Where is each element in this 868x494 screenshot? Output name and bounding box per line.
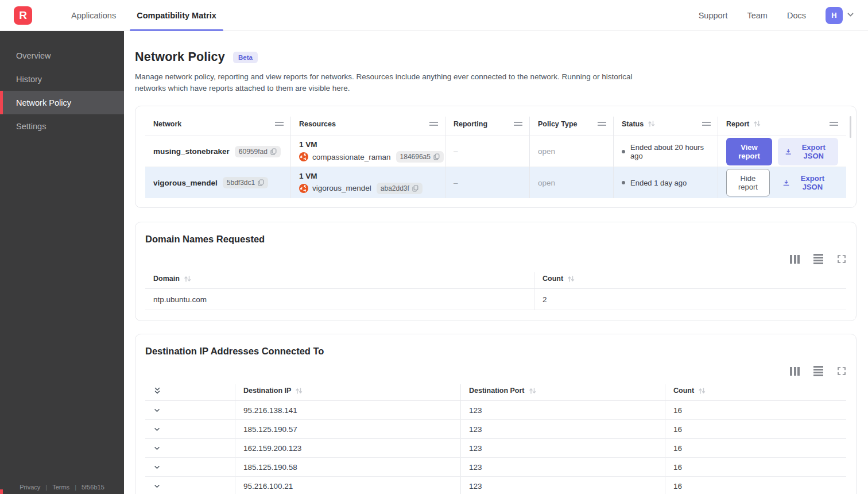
chevron-down-icon bbox=[153, 426, 161, 433]
reporting-cell: – bbox=[445, 167, 529, 198]
privacy-link[interactable]: Privacy bbox=[20, 484, 40, 491]
row-expander[interactable] bbox=[145, 439, 235, 457]
networks-table-card: Network Resources Reporting Policy Type … bbox=[135, 106, 857, 208]
main-content: Network Policy Beta Manage network polic… bbox=[124, 31, 868, 494]
expand-all-header[interactable] bbox=[145, 384, 235, 400]
sidebar-accent-sliver bbox=[0, 489, 3, 494]
page-title: Network Policy bbox=[135, 50, 225, 64]
ip-row[interactable]: 185.125.190.58 123 16 bbox=[145, 458, 846, 477]
fullscreen-icon[interactable] bbox=[837, 366, 846, 376]
beta-badge: Beta bbox=[233, 52, 258, 63]
network-row-vigorous-mendel[interactable]: vigorous_mendel 5bdf3dc1 1 VM vigorous_m… bbox=[145, 167, 846, 198]
chevron-down-icon bbox=[153, 445, 161, 452]
account-menu[interactable]: H bbox=[826, 7, 854, 24]
column-header-report[interactable]: Report bbox=[718, 117, 845, 136]
fullscreen-icon[interactable] bbox=[837, 254, 846, 264]
column-header-domain[interactable]: Domain bbox=[145, 272, 534, 288]
nav-link-support[interactable]: Support bbox=[699, 11, 728, 20]
column-header-policy-type[interactable]: Policy Type bbox=[529, 117, 613, 136]
column-header-destination-port[interactable]: Destination Port bbox=[460, 384, 665, 400]
sort-icon[interactable] bbox=[529, 387, 537, 395]
primary-nav: Applications Compatibility Matrix bbox=[61, 0, 227, 30]
network-row-musing-stonebraker[interactable]: musing_stonebraker 60959fad 1 VM compass… bbox=[145, 136, 846, 167]
nav-tab-applications[interactable]: Applications bbox=[61, 0, 126, 30]
status-cell: Ended 1 day ago bbox=[613, 167, 718, 198]
ips-card-toolbar bbox=[145, 365, 846, 377]
row-expander[interactable] bbox=[145, 420, 235, 438]
network-id: 5bdf3dc1 bbox=[227, 179, 255, 187]
sort-icon[interactable] bbox=[295, 387, 303, 395]
network-id-pill[interactable]: 5bdf3dc1 bbox=[223, 177, 268, 188]
columns-icon[interactable] bbox=[790, 367, 800, 376]
domain-cell: ntp.ubuntu.com bbox=[145, 289, 534, 310]
export-json-button[interactable]: Export JSON bbox=[776, 169, 838, 196]
column-header-network[interactable]: Network bbox=[145, 117, 290, 136]
status-text: Ended about 20 hours ago bbox=[630, 143, 711, 160]
hide-report-button[interactable]: Hide report bbox=[726, 169, 770, 196]
navbar-right: Support Team Docs H bbox=[699, 7, 868, 24]
count-cell: 16 bbox=[665, 439, 846, 457]
column-resize-handle-icon[interactable] bbox=[275, 122, 284, 126]
copy-icon bbox=[412, 185, 418, 192]
column-resize-handle-icon[interactable] bbox=[429, 122, 438, 126]
domain-row[interactable]: ntp.ubuntu.com 2 bbox=[145, 289, 846, 310]
network-id-pill[interactable]: 60959fad bbox=[235, 146, 281, 157]
column-header-status[interactable]: Status bbox=[613, 117, 718, 136]
divider: | bbox=[45, 484, 47, 491]
network-name-cell: musing_stonebraker 60959fad bbox=[145, 136, 290, 167]
sort-icon[interactable] bbox=[698, 387, 706, 395]
sidebar-footer: Privacy | Terms | 5f56b15 bbox=[0, 484, 124, 491]
column-header-reporting[interactable]: Reporting bbox=[445, 117, 529, 136]
avatar[interactable]: H bbox=[826, 7, 843, 24]
app-logo[interactable]: R bbox=[14, 6, 32, 25]
export-json-button[interactable]: Export JSON bbox=[778, 138, 838, 165]
ip-row[interactable]: 95.216.100.21 123 16 bbox=[145, 477, 846, 494]
sidebar-item-history[interactable]: History bbox=[0, 67, 124, 91]
column-resize-handle-icon[interactable] bbox=[598, 122, 606, 126]
port-cell: 123 bbox=[460, 439, 665, 457]
column-resize-handle-icon[interactable] bbox=[514, 122, 522, 126]
vm-id-pill[interactable]: 184696a5 bbox=[396, 151, 444, 163]
sidebar-item-overview[interactable]: Overview bbox=[0, 44, 124, 67]
policy-type-cell: open bbox=[529, 136, 613, 167]
nav-link-docs[interactable]: Docs bbox=[787, 11, 806, 20]
row-density-icon[interactable] bbox=[813, 366, 823, 376]
nav-tab-compatibility-matrix[interactable]: Compatibility Matrix bbox=[126, 0, 227, 30]
count-cell: 2 bbox=[534, 289, 846, 310]
column-resize-handle-icon[interactable] bbox=[830, 122, 838, 126]
column-header-resources[interactable]: Resources bbox=[290, 117, 445, 136]
sidebar-item-settings[interactable]: Settings bbox=[0, 114, 124, 138]
column-label: Network bbox=[153, 120, 181, 128]
row-expander[interactable] bbox=[145, 477, 235, 494]
sidebar-item-network-policy[interactable]: Network Policy bbox=[0, 91, 124, 114]
columns-icon[interactable] bbox=[790, 255, 800, 264]
ip-row[interactable]: 162.159.200.123 123 16 bbox=[145, 439, 846, 458]
copy-icon bbox=[433, 153, 440, 160]
ip-row[interactable]: 95.216.138.141 123 16 bbox=[145, 401, 846, 420]
ip-row[interactable]: 185.125.190.57 123 16 bbox=[145, 420, 846, 439]
column-header-count[interactable]: Count bbox=[665, 384, 846, 400]
vm-count: 1 VM bbox=[299, 140, 317, 149]
count-cell: 16 bbox=[665, 401, 846, 419]
row-expander[interactable] bbox=[145, 458, 235, 476]
reporting-cell: – bbox=[445, 136, 529, 167]
sort-icon[interactable] bbox=[567, 275, 575, 283]
row-expander[interactable] bbox=[145, 401, 235, 419]
sort-icon[interactable] bbox=[648, 120, 656, 128]
terms-link[interactable]: Terms bbox=[52, 484, 69, 491]
vm-name: compassionate_raman bbox=[312, 153, 391, 161]
scrollbar-thumb[interactable] bbox=[850, 116, 851, 138]
view-report-button[interactable]: View report bbox=[726, 138, 772, 165]
column-resize-handle-icon[interactable] bbox=[702, 122, 711, 126]
nav-link-team[interactable]: Team bbox=[747, 11, 767, 20]
column-header-count[interactable]: Count bbox=[534, 272, 846, 288]
sort-icon[interactable] bbox=[753, 120, 761, 128]
ip-cell: 185.125.190.58 bbox=[235, 458, 460, 476]
sort-icon[interactable] bbox=[184, 275, 192, 283]
column-header-destination-ip[interactable]: Destination IP bbox=[235, 384, 460, 400]
column-label: Resources bbox=[299, 120, 336, 128]
vm-id-pill[interactable]: aba2dd3f bbox=[377, 183, 423, 194]
count-cell: 16 bbox=[665, 420, 846, 438]
row-density-icon[interactable] bbox=[813, 254, 823, 264]
divider: | bbox=[75, 484, 76, 491]
